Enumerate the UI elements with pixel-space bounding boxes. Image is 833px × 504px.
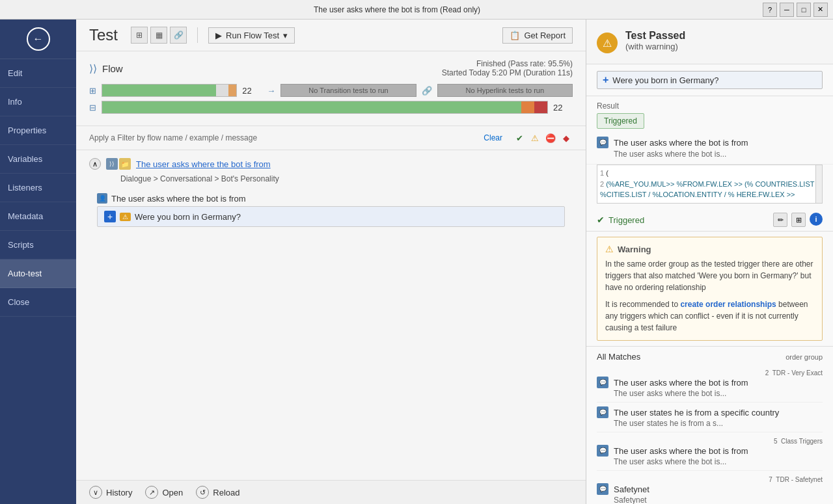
skip-filter-icon[interactable]: ◆: [560, 131, 573, 144]
sidebar-item-auto-test[interactable]: Auto-test: [0, 259, 76, 288]
create-order-link[interactable]: create order relationships: [680, 300, 776, 309]
warning-filter-icon[interactable]: ⚠: [528, 131, 541, 144]
open-button[interactable]: ↗ Open: [145, 486, 183, 499]
run-flow-test-button[interactable]: ▶ Run Flow Test ▾: [208, 27, 295, 44]
grid-icon: ⊞: [136, 31, 143, 40]
warning-panel-icon: ⚠: [605, 244, 614, 254]
triggered-btn-label: Were you born in Germany?: [612, 75, 718, 85]
match-sub-2: The user states he is from a s...: [597, 419, 823, 428]
maximize-button[interactable]: □: [797, 3, 811, 17]
close-button[interactable]: ✕: [813, 3, 828, 17]
test-item-user: 👤 The user asks where the bot is from: [97, 193, 565, 204]
toolbar-icon-1[interactable]: ⊞: [131, 27, 148, 44]
flow-stats-line1: Finished (Pass rate: 95.5%): [442, 59, 573, 68]
sidebar-label-properties: Properties: [8, 126, 46, 135]
flow-title-row: ⟩⟩ Flow: [89, 62, 123, 75]
flow-node-icon: ⟩⟩: [106, 158, 118, 170]
sidebar-item-edit[interactable]: Edit: [0, 59, 76, 88]
sidebar-label-variables: Variables: [8, 154, 42, 164]
history-label: History: [106, 488, 132, 497]
run-flow-label: Run Flow Test: [226, 31, 279, 40]
warning-circle-icon: ⚠: [597, 33, 618, 53]
sidebar-label-edit: Edit: [8, 68, 22, 78]
test-group-name[interactable]: The user asks where the bot is from: [136, 159, 271, 169]
sidebar-item-listeners[interactable]: Listeners: [0, 174, 76, 202]
right-panel-scroll: + Were you born in Germany? Result Trigg…: [586, 64, 833, 504]
sidebar-item-scripts[interactable]: Scripts: [0, 231, 76, 259]
response-text: Were you born in Germany?: [135, 212, 241, 222]
sidebar-item-metadata[interactable]: Metadata: [0, 202, 76, 231]
grid-action-button[interactable]: ⊞: [791, 213, 806, 227]
reload-label: Reload: [213, 488, 239, 497]
progress-row-1: ⊞ 22 → No Transition tests to run 🔗 No H…: [89, 84, 573, 97]
edit-action-button[interactable]: ✏: [773, 213, 787, 227]
result-item-icon: 💬: [597, 137, 608, 148]
triggered-section: + Were you born in Germany?: [586, 64, 833, 96]
progress-icon-1: ⊞: [89, 86, 96, 96]
warning-badge: ⚠: [120, 213, 131, 221]
bottom-bar: ∨ History ↗ Open ↺ Reload: [76, 480, 586, 504]
title-bar: The user asks where the bot is from (Rea…: [0, 0, 833, 20]
back-button[interactable]: ←: [27, 27, 50, 51]
match-name-1: The user asks where the bot is from: [614, 378, 748, 388]
order-group-label: order group: [785, 353, 823, 361]
sidebar-label-metadata: Metadata: [8, 211, 43, 221]
match-name-3: The user asks where the bot is from: [614, 446, 748, 456]
columns-icon: ▦: [156, 31, 163, 40]
reload-button[interactable]: ↺ Reload: [196, 486, 239, 499]
progress-icon-2: ⊟: [89, 103, 96, 113]
test-group-header[interactable]: ∧ ⟩⟩ 📁 The user asks where the bot is fr…: [89, 155, 573, 172]
filter-row: Apply a Filter by flow name / example / …: [76, 126, 586, 150]
error-filter-icon[interactable]: ⛔: [544, 131, 557, 144]
info-circle-button[interactable]: i: [810, 213, 823, 226]
page-title: Test: [89, 26, 118, 44]
get-report-button[interactable]: 📋 Get Report: [502, 27, 573, 44]
sidebar-item-info[interactable]: Info: [0, 88, 76, 116]
sidebar-item-variables[interactable]: Variables: [0, 145, 76, 174]
user-icon: 👤: [97, 193, 107, 204]
right-panel: ⚠ Test Passed (with warning) + Were you …: [586, 20, 833, 504]
toolbar-icons: ⊞ ▦ 🔗: [131, 27, 187, 44]
warning-text-1: In the same order group as the tested tr…: [605, 258, 814, 293]
no-transition-box: No Transition tests to run: [280, 84, 416, 97]
no-transition-label: No Transition tests to run: [308, 86, 388, 94]
minimize-button[interactable]: ─: [780, 3, 794, 17]
collapse-icon: ∧: [92, 160, 98, 168]
open-label: Open: [162, 488, 183, 497]
collapse-button[interactable]: ∧: [89, 158, 101, 170]
triggered-button[interactable]: + Were you born in Germany?: [597, 71, 823, 89]
sidebar-back[interactable]: ←: [0, 20, 76, 59]
triggered-status-left: ✔ Triggered: [597, 215, 644, 225]
toolbar-icon-3[interactable]: 🔗: [170, 27, 187, 44]
add-button[interactable]: +: [104, 211, 116, 222]
clear-button[interactable]: Clear: [484, 133, 502, 142]
all-matches-section: All Matches order group 2 TDR - Very Exa…: [586, 346, 833, 504]
report-icon: 📋: [510, 31, 520, 40]
history-icon: ∨: [89, 486, 102, 499]
flow-tree-icon: ⟩⟩: [89, 62, 97, 75]
link-icon: 🔗: [174, 31, 184, 40]
flow-section: ⟩⟩ Flow Finished (Pass rate: 95.5%) Star…: [76, 51, 586, 126]
test-passed-title: Test Passed: [625, 30, 685, 42]
match-icon-1: 💬: [597, 377, 608, 388]
test-response-row: + ⚠ Were you born in Germany?: [97, 206, 565, 227]
progress-bar-end-2: [521, 101, 547, 113]
match-label-row-3: 5 Class Triggers: [597, 438, 823, 445]
match-item-header-2: 💬 The user states he is from a specific …: [597, 406, 823, 418]
check-filter-icon[interactable]: ✔: [513, 131, 526, 144]
code-scrollbar[interactable]: [815, 165, 822, 203]
filter-placeholder: Apply a Filter by flow name / example / …: [89, 133, 257, 142]
filter-actions: Clear ✔ ⚠ ⛔ ◆: [484, 131, 573, 144]
sidebar-item-properties[interactable]: Properties: [0, 116, 76, 145]
toolbar-icon-2[interactable]: ▦: [150, 27, 167, 44]
history-button[interactable]: ∨ History: [89, 486, 132, 499]
code-line-2: 2 (%ARE_YOU.MUL>> %FROM.FW.LEX >> (% COU…: [600, 179, 819, 204]
result-item-sub: The user asks where the bot is...: [597, 150, 823, 159]
match-badge-1: 2 TDR - Very Exact: [765, 369, 823, 377]
sidebar-item-close[interactable]: Close: [0, 288, 76, 317]
sidebar-label-auto-test: Auto-test: [8, 269, 42, 278]
help-button[interactable]: ?: [763, 3, 777, 17]
match-icon-2: 💬: [597, 406, 608, 418]
progress-bar-2: [102, 101, 548, 114]
open-icon: ↗: [145, 486, 158, 499]
